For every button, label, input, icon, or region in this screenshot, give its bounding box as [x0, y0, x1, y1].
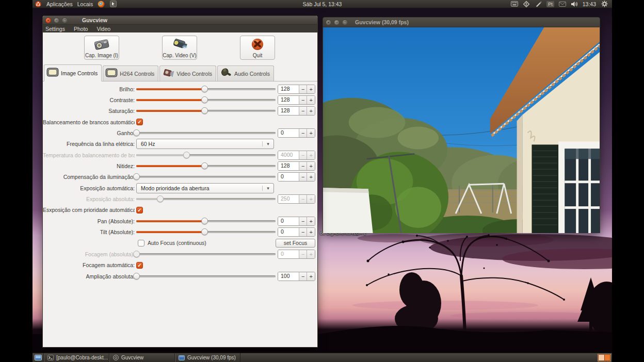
- video-window-titlebar[interactable]: ✕ − ▢ Guvcview (30,09 fps): [323, 18, 600, 27]
- checkbox[interactable]: ✓: [136, 262, 143, 269]
- volume-icon[interactable]: [571, 1, 578, 7]
- checkbox[interactable]: ✓: [136, 119, 143, 125]
- slider[interactable]: [136, 162, 276, 170]
- spin-minus-button[interactable]: −: [299, 272, 307, 281]
- slider-thumb[interactable]: [133, 251, 140, 257]
- firefox-icon[interactable]: [98, 1, 105, 7]
- slider[interactable]: [136, 228, 276, 236]
- taskbar-item[interactable]: [paulo@Cobra-deskt...: [44, 353, 109, 362]
- slider[interactable]: [136, 217, 276, 225]
- toolbar-button-quit[interactable]: Quit: [240, 36, 275, 60]
- ubuntu-logo-icon[interactable]: [35, 1, 42, 7]
- slider[interactable]: [136, 107, 276, 115]
- close-icon[interactable]: ✕: [326, 20, 331, 25]
- sync-diamond-icon[interactable]: [523, 1, 530, 7]
- slider-thumb[interactable]: [133, 173, 140, 180]
- spin-minus-button[interactable]: −: [299, 173, 307, 181]
- toolbar-button-cap-video-v-[interactable]: Cap. Video (V): [162, 36, 197, 60]
- checkbox[interactable]: [138, 240, 144, 246]
- slider-thumb[interactable]: [133, 129, 140, 136]
- slider-thumb[interactable]: [183, 152, 190, 158]
- slider[interactable]: [136, 85, 276, 93]
- tab-image-controls[interactable]: Image Controls: [44, 64, 102, 81]
- spin-minus-button[interactable]: −: [299, 85, 307, 93]
- spin-plus-button[interactable]: +: [307, 129, 315, 137]
- slider[interactable]: [136, 96, 276, 104]
- toolbar-button-cap-image-i-[interactable]: Cap. Image (I): [84, 36, 119, 60]
- spin-minus-button[interactable]: −: [299, 151, 307, 159]
- maximize-icon[interactable]: ▢: [342, 20, 348, 25]
- spin-value-field[interactable]: 128: [278, 162, 299, 170]
- spin-value-field[interactable]: 0: [278, 250, 299, 258]
- close-icon[interactable]: ✕: [45, 18, 51, 23]
- main-window-titlebar[interactable]: ✕ − ▢ Guvcview: [43, 16, 317, 25]
- menu-places[interactable]: Locais: [77, 1, 93, 7]
- spin-minus-button[interactable]: −: [299, 162, 307, 170]
- spin-minus-button[interactable]: −: [299, 217, 307, 225]
- spin-minus-button[interactable]: −: [299, 129, 307, 137]
- spin-plus-button[interactable]: +: [307, 250, 315, 258]
- slider-track[interactable]: [136, 253, 276, 255]
- tab-audio-controls[interactable]: Audio Controls: [217, 65, 274, 81]
- keyboard-icon[interactable]: [511, 1, 518, 7]
- slider-track[interactable]: [136, 176, 276, 178]
- slider[interactable]: [136, 151, 276, 159]
- dropdown[interactable]: 60 Hz▾: [136, 139, 274, 149]
- spin-value-field[interactable]: 0: [278, 129, 299, 137]
- spin-plus-button[interactable]: +: [307, 228, 315, 236]
- spin-minus-button[interactable]: −: [299, 107, 307, 115]
- spin-plus-button[interactable]: +: [307, 151, 315, 159]
- spin-plus-button[interactable]: +: [307, 85, 315, 93]
- checkbox[interactable]: ✓: [136, 207, 143, 213]
- session-gear-icon[interactable]: [601, 1, 608, 7]
- slider-thumb[interactable]: [201, 162, 208, 169]
- spin-minus-button[interactable]: −: [299, 228, 307, 236]
- slider-thumb[interactable]: [201, 107, 208, 114]
- spin-plus-button[interactable]: +: [307, 162, 315, 170]
- spin-plus-button[interactable]: +: [307, 272, 315, 281]
- menu-item-photo[interactable]: Photo: [74, 26, 88, 32]
- slider-thumb[interactable]: [201, 218, 208, 224]
- workspace-switcher[interactable]: [598, 354, 611, 361]
- menu-applications[interactable]: Aplicações: [46, 1, 73, 7]
- taskbar-item[interactable]: Guvcview (30,09 fps): [175, 353, 240, 362]
- spin-minus-button[interactable]: −: [299, 96, 307, 104]
- slider[interactable]: [136, 195, 276, 203]
- spin-plus-button[interactable]: +: [307, 96, 315, 104]
- tab-video-controls[interactable]: Video Controls: [159, 65, 216, 81]
- tablet-pen-icon[interactable]: [535, 1, 542, 7]
- spin-minus-button[interactable]: −: [299, 195, 307, 203]
- spin-value-field[interactable]: 128: [278, 85, 299, 93]
- spin-value-field[interactable]: 0: [278, 173, 299, 181]
- slider[interactable]: [136, 129, 276, 137]
- show-desktop-button[interactable]: [33, 353, 44, 362]
- dropdown[interactable]: Modo prioridade da abertura▾: [136, 183, 274, 193]
- spin-value-field[interactable]: 0: [278, 228, 299, 236]
- spin-plus-button[interactable]: +: [307, 217, 315, 225]
- workspace-2[interactable]: [605, 355, 610, 360]
- spin-value-field[interactable]: 100: [278, 272, 299, 281]
- chevron-down-icon[interactable]: ▾: [262, 141, 273, 146]
- tab-h264-controls[interactable]: H264 Controls: [103, 65, 158, 81]
- spin-value-field[interactable]: 128: [278, 107, 299, 115]
- minimize-icon[interactable]: −: [54, 18, 59, 23]
- panel-clock-time[interactable]: 13:43: [583, 1, 596, 7]
- app-launcher-icon[interactable]: [109, 1, 117, 7]
- slider-thumb[interactable]: [157, 195, 164, 202]
- menu-item-video[interactable]: Video: [96, 26, 110, 32]
- language-indicator[interactable]: Pt: [546, 1, 554, 7]
- slider-thumb[interactable]: [201, 96, 208, 103]
- slider[interactable]: [136, 173, 276, 181]
- spin-value-field[interactable]: 0: [278, 217, 299, 225]
- minimize-icon[interactable]: −: [334, 20, 340, 25]
- slider[interactable]: [136, 250, 276, 258]
- taskbar-item[interactable]: Guvcview: [109, 353, 175, 362]
- menu-item-settings[interactable]: Settings: [45, 26, 65, 32]
- chevron-down-icon[interactable]: ▾: [262, 186, 273, 191]
- spin-value-field[interactable]: 128: [278, 96, 299, 104]
- spin-plus-button[interactable]: +: [307, 173, 315, 181]
- mail-envelope-icon[interactable]: [559, 1, 566, 7]
- spin-value-field[interactable]: 4000: [278, 151, 299, 159]
- spin-plus-button[interactable]: +: [307, 107, 315, 115]
- spin-minus-button[interactable]: −: [299, 250, 307, 258]
